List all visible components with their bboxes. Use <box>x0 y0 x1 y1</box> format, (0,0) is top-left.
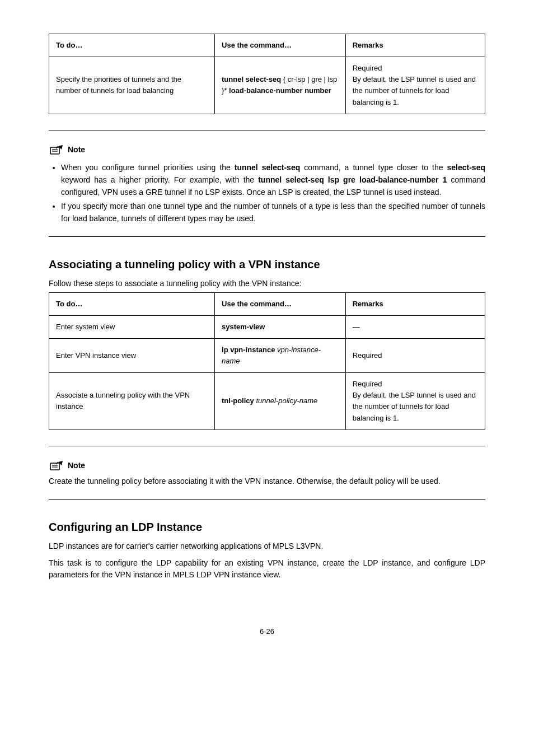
cell-cmd: system-view <box>215 315 346 338</box>
remarks-line: By default, the LSP tunnel is used and t… <box>353 74 478 108</box>
th-todo: To do… <box>49 292 215 315</box>
intro-text: Follow these steps to associate a tunnel… <box>49 278 485 290</box>
cell-cmd: tunnel select-seq { cr-lsp | gre | lsp }… <box>215 57 346 114</box>
table-row: Specify the priorities of tunnels and th… <box>49 57 485 114</box>
section-heading-ldp: Configuring an LDP Instance <box>49 519 485 536</box>
note-block: Note When you configure tunnel prioritie… <box>49 144 485 225</box>
table-row: Associate a tunneling policy with the VP… <box>49 373 485 430</box>
note-icon <box>49 144 64 156</box>
divider <box>49 236 485 237</box>
table-row: To do… Use the command… Remarks <box>49 34 485 57</box>
cell-todo: Specify the priorities of tunnels and th… <box>49 57 215 114</box>
th-cmd: Use the command… <box>215 34 346 57</box>
note-list: When you configure tunnel priorities usi… <box>49 162 485 225</box>
divider <box>49 130 485 130</box>
note-text: Create the tunneling policy before assoc… <box>49 475 485 488</box>
remarks-line: By default, the LSP tunnel is used and t… <box>353 390 478 423</box>
cell-todo: Enter VPN instance view <box>49 338 215 372</box>
remarks-line: Required <box>353 379 478 390</box>
note-heading: Note <box>49 144 85 156</box>
table-associating: To do… Use the command… Remarks Enter sy… <box>49 292 485 430</box>
table-tunnel-select: To do… Use the command… Remarks Specify … <box>49 34 485 114</box>
note-icon <box>49 460 64 472</box>
table-row: To do… Use the command… Remarks <box>49 292 485 315</box>
cell-remarks: Required <box>345 338 485 372</box>
list-item: When you configure tunnel priorities usi… <box>61 162 485 198</box>
remarks-line: Required <box>353 63 478 74</box>
note-heading: Note <box>49 460 85 472</box>
note-block: Note Create the tunneling policy before … <box>49 460 485 488</box>
page-number: 6-26 <box>49 626 485 637</box>
th-remarks: Remarks <box>345 292 485 315</box>
note-label: Note <box>68 144 85 156</box>
list-item: If you specify more than one tunnel type… <box>61 200 485 225</box>
svg-rect-0 <box>50 147 59 154</box>
table-row: Enter system view system-view — <box>49 315 485 338</box>
section-heading-associating: Associating a tunneling policy with a VP… <box>49 256 485 273</box>
cell-cmd: tnl-policy tunnel-policy-name <box>215 373 346 430</box>
th-remarks: Remarks <box>345 34 485 57</box>
cell-cmd: ip vpn-instance vpn-instance-name <box>215 338 346 372</box>
divider <box>49 499 485 500</box>
cmd-keyword: load-balance-number number <box>229 86 331 95</box>
divider <box>49 446 485 446</box>
svg-rect-4 <box>50 463 59 470</box>
ldp-p1: LDP instances are for carrier's carrier … <box>49 540 485 553</box>
cell-todo: Associate a tunneling policy with the VP… <box>49 373 215 430</box>
ldp-p2: This task is to configure the LDP capabi… <box>49 557 485 581</box>
table-row: Enter VPN instance view ip vpn-instance … <box>49 338 485 372</box>
cell-remarks: Required By default, the LSP tunnel is u… <box>345 373 485 430</box>
note-label: Note <box>68 460 85 472</box>
th-cmd: Use the command… <box>215 292 346 315</box>
cell-remarks: Required By default, the LSP tunnel is u… <box>345 57 485 114</box>
th-todo: To do… <box>49 34 215 57</box>
cell-remarks: — <box>345 315 485 338</box>
cmd-keyword: tunnel select-seq <box>222 75 281 83</box>
cell-todo: Enter system view <box>49 315 215 338</box>
